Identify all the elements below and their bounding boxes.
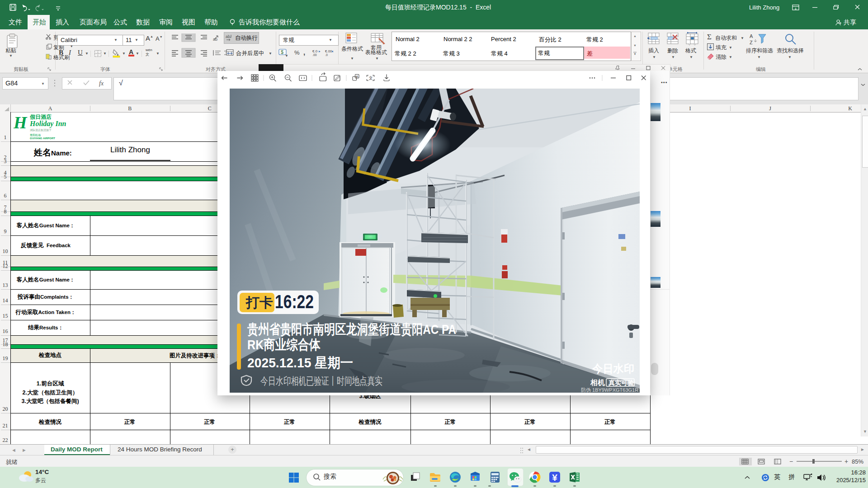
svg-text:相机: 相机 — [590, 379, 605, 386]
svg-text:2025.12.15 星期一: 2025.12.15 星期一 — [247, 355, 353, 370]
svg-text:¥: ¥ — [552, 472, 557, 483]
svg-text:€.0: €.0 — [312, 49, 318, 53]
svg-text:GUIYANG AIRPORT: GUIYANG AIRPORT — [30, 137, 55, 140]
svg-text:今日水印相机已验证丨时间地点真实: 今日水印相机已验证丨时间地点真实 — [260, 375, 382, 387]
svg-text:16:22: 16:22 — [275, 291, 314, 312]
svg-text:洲际酒店集团旗下: 洲际酒店集团旗下 — [30, 128, 52, 132]
svg-text:,: , — [303, 48, 305, 56]
svg-text:打卡: 打卡 — [245, 295, 273, 310]
svg-text:假日酒店: 假日酒店 — [29, 114, 52, 120]
svg-text:今日水印: 今日水印 — [592, 362, 634, 375]
svg-text:ab: ab — [226, 34, 230, 39]
svg-text:.0: .0 — [325, 53, 328, 56]
svg-text:贵阳机场: 贵阳机场 — [30, 134, 41, 137]
svg-text:A: A — [356, 75, 358, 79]
svg-text:.00: .00 — [312, 53, 317, 56]
svg-text:fx: fx — [99, 80, 104, 87]
svg-text:文: 文 — [368, 75, 373, 80]
svg-text:Holiday Inn: Holiday Inn — [29, 120, 66, 128]
svg-text:防伪 1BY9WPXGT63G1R: 防伪 1BY9WPXGT63G1R — [581, 387, 638, 393]
svg-text:Z: Z — [750, 40, 753, 45]
svg-text:A: A — [750, 33, 753, 39]
svg-text:RK商业综合体: RK商业综合体 — [247, 337, 321, 352]
svg-text:ab: ab — [213, 37, 217, 42]
svg-text:H: H — [13, 113, 28, 132]
svg-text:$: $ — [281, 49, 283, 55]
svg-text:%: % — [294, 49, 300, 56]
svg-text:真实可验: 真实可验 — [608, 379, 634, 386]
svg-text:贵州省贵阳市南明区龙洞堡街道贵阳AC PA: 贵州省贵阳市南明区龙洞堡街道贵阳AC PA — [247, 322, 456, 337]
svg-text:€.00: €.00 — [325, 49, 332, 53]
